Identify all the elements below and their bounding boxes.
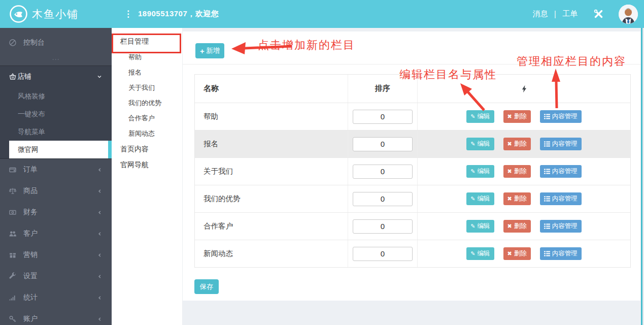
topbar: 木鱼小铺 ⋮ 18905513707，欢迎您 消息 | 工单 — [0, 0, 644, 28]
table-row: 报名 ✎编辑 ✖删除 内容管理 — [195, 130, 630, 157]
sidebar-subitem-nav-menu[interactable]: 导航菜单 — [9, 123, 112, 141]
scale-icon — [8, 187, 17, 195]
submenu-item-site-nav[interactable]: 官网导航 — [112, 157, 182, 173]
chevron-left-icon — [97, 188, 103, 194]
scrollbar-thumb[interactable] — [641, 28, 642, 325]
sort-input[interactable] — [353, 219, 413, 234]
delete-button[interactable]: ✖删除 — [503, 247, 531, 260]
users-icon — [8, 230, 17, 238]
submenu-subitem-help[interactable]: 帮助 — [112, 50, 182, 65]
delete-button[interactable]: ✖删除 — [503, 220, 531, 233]
table-row: 我们的优势 ✎编辑 ✖删除 内容管理 — [195, 185, 630, 212]
content-panel: + 新增 名称 排序 帮助 ✎编辑 ✖删除 — [183, 31, 644, 301]
list-icon — [544, 196, 550, 202]
edit-button[interactable]: ✎编辑 — [466, 247, 494, 260]
save-button[interactable]: 保存 — [194, 279, 219, 294]
content-manage-button[interactable]: 内容管理 — [540, 110, 582, 123]
edit-button[interactable]: ✎编辑 — [466, 138, 494, 150]
sort-input[interactable] — [353, 192, 413, 206]
chevron-left-icon — [97, 167, 103, 173]
key-icon — [8, 315, 17, 323]
content-manage-button[interactable]: 内容管理 — [540, 192, 582, 205]
submenu-subitem-partners[interactable]: 合作客户 — [112, 111, 182, 126]
edit-button[interactable]: ✎编辑 — [466, 220, 494, 233]
list-icon — [544, 169, 550, 174]
table-header-row: 名称 排序 — [195, 75, 630, 103]
topbar-separator: | — [554, 10, 556, 19]
sidebar-item-shop[interactable]: 店铺 — [0, 66, 112, 87]
submenu-subitem-news[interactable]: 新闻动态 — [112, 126, 182, 141]
list-icon — [544, 114, 550, 119]
sort-input[interactable] — [353, 137, 413, 151]
add-button[interactable]: + 新增 — [195, 43, 224, 58]
submenu-subitem-our-advantages[interactable]: 我们的优势 — [112, 95, 182, 111]
pencil-icon: ✎ — [470, 114, 475, 119]
bar-chart-icon — [8, 294, 17, 302]
edit-button[interactable]: ✎编辑 — [466, 165, 494, 178]
delete-button[interactable]: ✖删除 — [503, 138, 531, 150]
chevron-left-icon — [97, 274, 103, 279]
cross-icon: ✖ — [507, 196, 512, 202]
pencil-icon: ✎ — [470, 223, 475, 229]
sidebar-item-statistics[interactable]: 统计 — [0, 287, 112, 308]
edit-button[interactable]: ✎编辑 — [466, 192, 494, 205]
chevron-down-icon — [96, 74, 103, 80]
chevron-left-icon — [97, 295, 103, 301]
user-greeting: 18905513707，欢迎您 — [138, 9, 219, 19]
row-name: 新闻动态 — [195, 240, 348, 267]
submenu-subitem-signup[interactable]: 报名 — [112, 65, 182, 80]
table-row: 帮助 ✎编辑 ✖删除 内容管理 — [195, 103, 630, 130]
sidebar-item-settings[interactable]: 设置 — [0, 266, 112, 287]
tickets-link[interactable]: 工单 — [562, 9, 578, 19]
toolbar: + 新增 — [183, 31, 644, 64]
sidebar-item-goods[interactable]: 商品 — [0, 180, 112, 202]
gift-icon — [8, 251, 17, 259]
row-name: 报名 — [195, 131, 348, 157]
sidebar-item-orders[interactable]: 订单 — [0, 159, 112, 180]
delete-button[interactable]: ✖删除 — [503, 192, 531, 205]
secondary-menu: 栏目管理 帮助 报名 关于我们 我们的优势 合作客户 新闻动态 首页内容 官网导… — [112, 28, 183, 325]
content-manage-button[interactable]: 内容管理 — [540, 247, 582, 260]
plus-icon: + — [200, 47, 205, 55]
pencil-icon: ✎ — [470, 196, 475, 202]
sort-input[interactable] — [353, 247, 413, 261]
scrollbar-track[interactable] — [640, 28, 644, 325]
cross-icon: ✖ — [507, 223, 512, 229]
row-name: 我们的优势 — [195, 185, 348, 212]
submenu-item-home-content[interactable]: 首页内容 — [112, 141, 182, 157]
sidebar-subitem-one-key-publish[interactable]: 一键发布 — [9, 105, 112, 123]
delete-button[interactable]: ✖删除 — [503, 165, 531, 178]
sidebar-item-customers[interactable]: 客户 — [0, 223, 112, 244]
chevron-left-icon — [97, 231, 103, 237]
sort-input[interactable] — [353, 110, 413, 124]
content-manage-button[interactable]: 内容管理 — [540, 220, 582, 233]
messages-link[interactable]: 消息 — [533, 9, 548, 19]
sidebar-subitem-micro-site-active[interactable]: 微官网 — [9, 141, 112, 158]
chevron-left-icon — [97, 316, 103, 322]
content-manage-button[interactable]: 内容管理 — [540, 138, 582, 150]
brand-logo[interactable]: 木鱼小铺 — [0, 5, 113, 23]
sidebar-item-finance[interactable]: 财务 — [0, 202, 112, 223]
tools-wrench-icon[interactable] — [594, 9, 603, 19]
sort-input[interactable] — [353, 165, 413, 179]
row-name: 帮助 — [195, 103, 348, 130]
pencil-icon: ✎ — [470, 169, 475, 174]
submenu-subitem-about-us[interactable]: 关于我们 — [112, 80, 182, 95]
chevron-left-icon — [97, 210, 103, 215]
pencil-icon: ✎ — [470, 251, 475, 256]
sidebar-item-marketing[interactable]: 营销 — [0, 244, 112, 266]
basket-icon — [8, 73, 17, 81]
sidebar-group-shop: 店铺 风格装修 一键发布 导航菜单 微官网 — [0, 66, 112, 159]
delete-button[interactable]: ✖删除 — [503, 110, 531, 123]
sidebar-item-account[interactable]: 账户 — [0, 308, 112, 325]
table-row: 新闻动态 ✎编辑 ✖删除 内容管理 — [195, 240, 630, 267]
edit-button[interactable]: ✎编辑 — [466, 110, 494, 123]
sidebar-subitem-style-decorate[interactable]: 风格装修 — [9, 87, 112, 105]
content-manage-button[interactable]: 内容管理 — [540, 165, 582, 178]
menu-toggle-dots-icon[interactable]: ⋮ — [124, 9, 131, 19]
banknote-icon — [8, 208, 17, 216]
sidebar-item-console[interactable]: 控制台 — [0, 32, 112, 53]
user-avatar[interactable] — [619, 5, 638, 24]
row-name: 关于我们 — [195, 158, 348, 185]
submenu-item-column-management[interactable]: 栏目管理 — [112, 34, 182, 50]
